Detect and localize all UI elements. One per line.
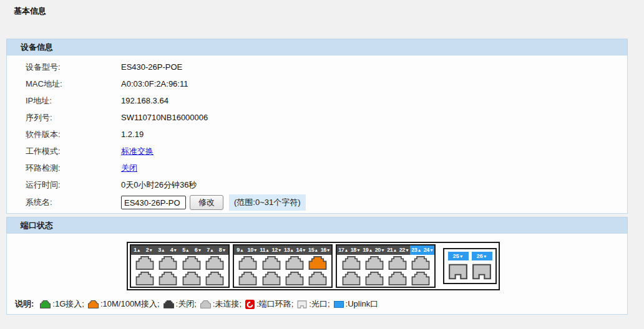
port-8-icon[interactable] <box>205 272 224 285</box>
ip-address-value: 192.168.3.64 <box>121 96 168 105</box>
port-group-17-24: 17▲18▼19▲20▼21▲22▼23▲24▼ <box>336 244 436 288</box>
port-10-icon[interactable] <box>238 272 257 285</box>
uptime-row: 运行时间:0天0小时26分钟36秒 <box>7 176 627 193</box>
port-17-icon[interactable] <box>342 256 361 270</box>
port-20-icon[interactable] <box>365 272 384 285</box>
work-mode-value[interactable]: 标准交换 <box>121 146 154 156</box>
mac-address-row: MAC地址:A0:03:0F:2A:96:11 <box>7 75 627 92</box>
port-21-label: 21▲ <box>386 246 398 255</box>
port-19-label: 19▲ <box>361 246 374 255</box>
port-12-icon[interactable] <box>262 272 281 285</box>
legend-title: 说明: <box>15 298 34 310</box>
system-name-input[interactable] <box>121 196 186 209</box>
port-9-icon[interactable] <box>238 256 257 270</box>
loop-detect-label: 环路检测: <box>26 160 121 176</box>
port-12-label: 12▼ <box>271 246 283 255</box>
serial-number-row: 序列号:SW110710NB16000006 <box>7 109 627 126</box>
rj45-dark-icon <box>163 300 174 308</box>
port-label-strip: 1▲2▼3▲4▼5▲6▼7▲8▼ <box>131 246 228 255</box>
port-row-bottom <box>234 272 331 285</box>
system-name-row: 系统名: 修改 (范围:0~31个字符) <box>7 193 627 212</box>
firmware-version-label: 软件版本: <box>26 126 121 143</box>
port-11-label: 11▲ <box>258 246 271 255</box>
rj45-dark-legend-text: :关闭; <box>176 298 197 310</box>
port-9-label: 9▲ <box>234 246 246 255</box>
port-26-label: 26▼ <box>472 252 492 260</box>
port-8-label: 8▼ <box>217 246 229 255</box>
port-21-icon[interactable] <box>388 256 407 270</box>
port-24-label: 24▼ <box>422 246 435 255</box>
port-20-label: 20▼ <box>374 246 386 255</box>
port-13-label: 13▲ <box>283 246 295 255</box>
fiber-port-legend-text: :光口; <box>309 298 329 310</box>
system-name-hint: (范围:0~31个字符) <box>229 194 306 211</box>
modify-button[interactable]: 修改 <box>190 195 223 210</box>
rj45-green-icon <box>40 300 51 308</box>
port-row-top <box>234 256 331 270</box>
port-18-label: 18▼ <box>349 246 362 255</box>
port-25-icon[interactable] <box>448 264 468 280</box>
rj45-green-legend-text: :1G接入; <box>52 298 84 310</box>
port-23-icon[interactable] <box>411 256 430 270</box>
port-6-icon[interactable] <box>182 272 201 285</box>
device-model-value: ES430-26P-POE <box>121 62 182 72</box>
loop-legend-text: :端口环路; <box>256 298 293 310</box>
port-status-header: 端口状态 <box>6 217 628 233</box>
port-26-icon[interactable] <box>472 264 492 280</box>
system-name-label: 系统名: <box>26 197 121 208</box>
device-model-row: 设备型号:ES430-26P-POE <box>7 59 627 75</box>
port-14-icon[interactable] <box>285 272 304 285</box>
port-5-label: 5▲ <box>180 246 192 255</box>
port-row-bottom <box>337 272 434 285</box>
sfp-group-25-26: 25▼26▼ <box>443 248 497 284</box>
device-info-header: 设备信息 <box>6 39 628 55</box>
firmware-version-row: 软件版本:1.2.19 <box>7 126 627 143</box>
serial-number-value: SW110710NB16000006 <box>121 113 208 122</box>
port-status-section: 端口状态 1▲2▼3▲4▼5▲6▼7▲8▼9▲10▼11▲12▼13▲14▼15… <box>6 217 628 315</box>
port-4-icon[interactable] <box>159 272 177 285</box>
rj45-gray-legend-text: :未连接; <box>213 298 242 310</box>
mac-address-label: MAC地址: <box>26 75 121 92</box>
port-2-label: 2▼ <box>144 246 156 255</box>
port-label-strip: 17▲18▼19▲20▼21▲22▼23▲24▼ <box>337 246 434 255</box>
port-11-icon[interactable] <box>262 256 281 270</box>
uplink-icon <box>334 301 344 308</box>
firmware-version-value: 1.2.19 <box>121 130 144 139</box>
port-19-icon[interactable] <box>365 256 384 270</box>
port-5-icon[interactable] <box>182 256 201 270</box>
serial-number-label: 序列号: <box>26 109 121 126</box>
page-title: 基本信息 <box>14 6 46 17</box>
loop-detect-value[interactable]: 关闭 <box>121 163 137 173</box>
rj45-gray-icon <box>200 300 211 308</box>
device-info-section: 设备信息 设备型号:ES430-26P-POEMAC地址:A0:03:0F:2A… <box>6 39 628 214</box>
port-17-label: 17▲ <box>337 246 349 255</box>
port-18-icon[interactable] <box>342 272 361 285</box>
port-3-icon[interactable] <box>159 256 177 270</box>
rj45-orange-legend-text: :10M/100M接入; <box>100 298 160 310</box>
port-14-label: 14▼ <box>295 246 308 255</box>
uptime-value: 0天0小时26分钟36秒 <box>121 180 197 189</box>
ip-address-row: IP地址:192.168.3.64 <box>7 92 627 109</box>
port-16-icon[interactable] <box>308 272 327 285</box>
switch-panel: 1▲2▼3▲4▼5▲6▼7▲8▼9▲10▼11▲12▼13▲14▼15▲16▼1… <box>127 242 500 290</box>
device-model-label: 设备型号: <box>26 59 121 75</box>
port-2-icon[interactable] <box>135 272 154 285</box>
port-25-label: 25▼ <box>448 252 469 260</box>
port-16-label: 16▼ <box>320 246 332 255</box>
rj45-orange-icon <box>88 300 99 308</box>
port-1-icon[interactable] <box>135 256 154 270</box>
uptime-label: 运行时间: <box>26 176 121 193</box>
port-15-icon[interactable] <box>308 256 327 270</box>
port-legend: 说明: :1G接入;:10M/100M接入;:关闭;:未连接;:端口环路;:光口… <box>15 298 378 310</box>
sfp-port-25: 25▼ <box>448 252 469 283</box>
port-24-icon[interactable] <box>411 272 430 285</box>
port-7-icon[interactable] <box>205 256 224 270</box>
ip-address-label: IP地址: <box>26 92 121 109</box>
device-info-body: 设备型号:ES430-26P-POEMAC地址:A0:03:0F:2A:96:1… <box>6 55 628 214</box>
sfp-port-26: 26▼ <box>472 252 492 283</box>
port-10-label: 10▼ <box>246 246 259 255</box>
work-mode-label: 工作模式: <box>26 143 121 160</box>
port-22-icon[interactable] <box>388 272 407 285</box>
work-mode-row: 工作模式:标准交换 <box>7 143 627 160</box>
port-13-icon[interactable] <box>285 256 304 270</box>
